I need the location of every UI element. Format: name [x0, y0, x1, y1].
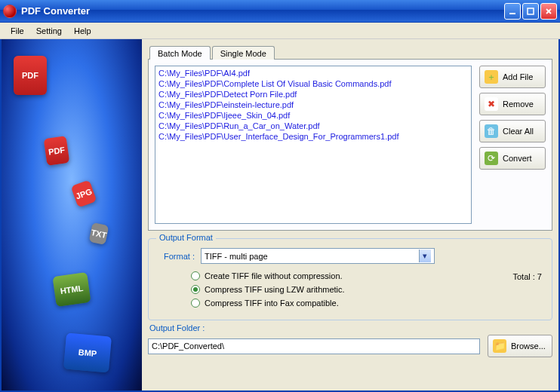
decorative-sidebar: PDF PDF JPG TXT HTML BMP: [2, 39, 142, 390]
remove-label: Remove: [503, 100, 534, 109]
menubar: File Setting Help: [0, 23, 560, 39]
output-format-group: Output Format Format : TIFF - multi page…: [148, 238, 552, 320]
remove-button[interactable]: ✖ Remove: [479, 93, 546, 115]
format-value: TIFF - multi page: [205, 252, 268, 261]
txt-icon: TXT: [89, 222, 109, 245]
clear-all-icon: 🗑: [485, 124, 498, 138]
pdf-icon: PDF: [44, 136, 70, 166]
folder-icon: 📁: [493, 339, 506, 353]
menu-help[interactable]: Help: [68, 25, 97, 37]
maximize-button[interactable]: [522, 3, 539, 20]
radio-label: Compress TIFF into Fax compatible.: [205, 299, 339, 308]
output-folder-value: C:\PDF_Converted\: [152, 341, 224, 351]
svg-rect-0: [509, 13, 515, 14]
close-button[interactable]: [540, 3, 557, 20]
clear-all-label: Clear All: [503, 127, 534, 136]
tab-batch-mode[interactable]: Batch Mode: [149, 46, 211, 60]
mode-tabs: Batch Mode Single Mode: [148, 45, 552, 59]
list-item[interactable]: C:\My_Files\PDF\einstein-lecture.pdf: [158, 100, 468, 110]
clear-all-button[interactable]: 🗑 Clear All: [479, 120, 546, 142]
add-file-icon: ＋: [485, 70, 498, 84]
radio-no-compression[interactable]: Create TIFF file without compression.: [191, 271, 544, 280]
jpg-icon: JPG: [71, 179, 97, 207]
bmp-icon: BMP: [63, 332, 112, 372]
radio-icon: [191, 285, 200, 294]
menu-file[interactable]: File: [5, 25, 30, 37]
app-icon: [3, 5, 17, 18]
convert-button[interactable]: ⟳ Convert: [479, 147, 546, 170]
radio-lzw[interactable]: Compress TIFF using LZW arithmetic.: [191, 285, 544, 294]
list-item[interactable]: C:\My_Files\PDF\Detect Porn File.pdf: [158, 89, 468, 100]
file-list[interactable]: C:\My_Files\PDF\AI4.pdf C:\My_Files\PDF\…: [155, 66, 472, 224]
add-file-label: Add File: [503, 72, 533, 81]
pdf-icon: PDF: [14, 56, 47, 95]
chevron-down-icon: ▾: [419, 250, 431, 262]
add-file-button[interactable]: ＋ Add File: [479, 66, 546, 88]
minimize-button[interactable]: [504, 3, 521, 20]
menu-setting[interactable]: Setting: [30, 25, 68, 37]
list-item[interactable]: C:\My_Files\PDF\Run_a_Car_on_Water.pdf: [158, 121, 468, 131]
convert-icon: ⟳: [485, 152, 498, 165]
browse-button[interactable]: 📁 Browse...: [488, 335, 552, 357]
output-format-legend: Output Format: [156, 233, 216, 242]
browse-label: Browse...: [511, 341, 546, 351]
radio-label: Compress TIFF using LZW arithmetic.: [205, 285, 345, 294]
remove-icon: ✖: [485, 97, 498, 111]
html-icon: HTML: [52, 272, 91, 307]
titlebar: PDF Converter: [0, 0, 560, 23]
radio-label: Create TIFF file without compression.: [205, 271, 343, 280]
list-item[interactable]: C:\My_Files\PDF\Complete List Of Visual …: [158, 78, 468, 89]
radio-icon: [191, 271, 200, 280]
format-label: Format :: [164, 252, 195, 261]
output-folder-input[interactable]: C:\PDF_Converted\: [148, 338, 480, 354]
output-folder-label: Output Folder :: [149, 323, 552, 332]
tab-single-mode[interactable]: Single Mode: [212, 46, 275, 60]
format-select[interactable]: TIFF - multi page ▾: [201, 248, 435, 264]
list-item[interactable]: C:\My_Files\PDF\User_Interface_Design_Fo…: [158, 131, 468, 142]
radio-fax[interactable]: Compress TIFF into Fax compatible.: [191, 299, 544, 308]
list-item[interactable]: C:\My_Files\PDF\Ijeee_Skin_04.pdf: [158, 110, 468, 121]
main-panel: Batch Mode Single Mode C:\My_Files\PDF\A…: [142, 39, 558, 390]
radio-icon: [191, 299, 200, 308]
convert-label: Convert: [503, 154, 532, 163]
batch-panel: C:\My_Files\PDF\AI4.pdf C:\My_Files\PDF\…: [148, 59, 552, 231]
window-title: PDF Converter: [21, 5, 504, 17]
list-item[interactable]: C:\My_Files\PDF\AI4.pdf: [158, 68, 468, 78]
svg-rect-1: [528, 8, 534, 14]
